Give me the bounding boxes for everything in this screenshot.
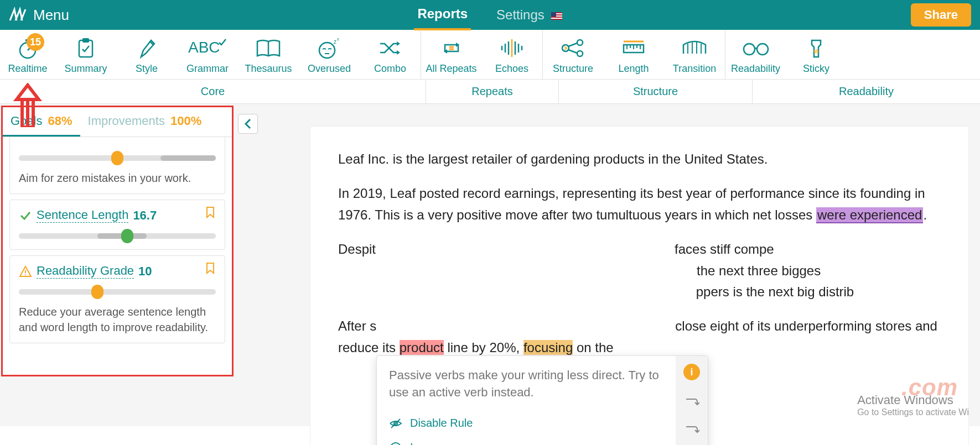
svg-text:$: $ [815,49,818,55]
svg-point-48 [25,274,26,275]
check-icon [19,209,32,222]
svg-point-51 [391,443,401,445]
tool-combo[interactable]: Combo [360,30,421,79]
tab-settings-label: Settings [496,7,545,22]
tool-readability[interactable]: Readability [725,30,786,79]
goal-card-sentence-length: Sentence Length 16.7 [9,200,225,250]
goal-name: Readability Grade [37,264,134,279]
tab-reports[interactable]: Reports [414,0,471,30]
tool-label: Transition [673,63,716,75]
collapse-sidebar-button[interactable] [238,114,258,134]
group-structure: Structure [559,80,753,103]
svg-line-29 [568,43,577,46]
shuffle-icon [377,37,403,59]
bookmark-icon[interactable] [204,261,217,275]
us-flag-icon [551,12,562,20]
goals-sidebar: Goals 68% Improvements 100% Aim for zero… [1,106,234,376]
repeat-icon [439,37,464,59]
sentence-length-slider[interactable] [19,231,216,242]
tool-summary[interactable]: Summary [55,30,116,79]
tool-style[interactable]: Style [116,30,177,79]
suggestion-message: Passive verbs make your writing less dir… [389,367,663,401]
tool-sticky[interactable]: $ Sticky [786,30,847,79]
highlight[interactable]: focusing [523,340,573,355]
svg-rect-4 [551,12,556,17]
tool-label: Style [136,63,158,75]
group-readability: Readability [753,80,980,103]
paragraph: Despitxxxxxxxxxxxxxxxxxxxxxxxxxxxxxxxxxx… [338,239,941,302]
app-logo-icon [9,6,27,24]
disable-rule-button[interactable]: Disable Rule [389,411,663,436]
toolbar-groups: Core Repeats Structure Readability [0,80,980,104]
tool-grammar[interactable]: ABC Grammar [177,30,238,79]
soundwave-icon [499,37,525,59]
close-circle-icon [389,441,402,445]
next-arrow-icon[interactable] [684,397,699,408]
svg-point-27 [577,40,583,45]
main-area: Goals 68% Improvements 100% Aim for zero… [0,104,980,426]
warning-icon [19,265,32,278]
bookmark-icon[interactable] [204,206,217,219]
svg-text:z: z [334,39,336,45]
tool-label: Thesaurus [245,63,292,75]
highlight[interactable]: product [400,340,444,355]
group-core: Core [0,80,426,103]
tool-realtime[interactable]: 15 Realtime [0,30,55,79]
tool-label: Length [618,63,649,75]
menu-button[interactable]: Menu [33,7,69,24]
goal-tip: Reduce your average sentence length and … [19,304,216,335]
action-label: Ignore [410,441,442,445]
tool-label: Readability [731,63,780,75]
goal-card-readability: Readability Grade 10 Reduce your average… [9,255,225,343]
eye-off-icon [389,417,402,430]
glue-icon: $ [806,37,826,59]
ignore-button[interactable]: Ignore [389,436,663,445]
info-icon[interactable]: i [683,364,700,380]
svg-point-28 [577,51,583,56]
mistakes-slider[interactable] [19,153,216,164]
bridge-icon [680,37,709,59]
arrow-annotation-icon [11,83,44,127]
tool-label: Realtime [8,63,47,75]
paragraph: Leaf Inc. is the largest retailer of gar… [338,149,941,170]
tool-label: Sticky [803,63,829,75]
chevron-left-icon [244,118,252,129]
svg-text:z: z [337,37,339,41]
tab-name: Improvements [88,114,165,128]
tool-all-repeats[interactable]: All Repeats [421,30,481,79]
tool-label: Overused [308,63,351,75]
readability-slider[interactable] [19,286,216,297]
svg-point-43 [757,44,768,55]
tab-percentage: 100% [170,114,201,128]
tool-echoes[interactable]: Echoes [481,30,542,79]
suggestion-popup: Passive verbs make your writing less dir… [376,355,708,445]
tool-length[interactable]: Length [603,30,664,79]
tool-overused[interactable]: zz Overused [299,30,360,79]
paragraph: After sxxxxxxxxxxxxxxxxxxxxxxxxxxxxxxxxx… [338,316,941,358]
realtime-badge: 15 [27,33,44,51]
tab-percentage: 68% [48,114,72,128]
paragraph: In 2019, Leaf posted record earnings, re… [338,183,941,226]
tool-thesaurus[interactable]: Thesaurus [238,30,299,79]
tool-label: Structure [553,63,593,75]
tool-structure[interactable]: Structure [542,30,603,79]
goal-card-mistakes: Aim for zero mistakes in your work. [9,137,225,194]
tool-label: Summary [64,63,107,75]
goal-tip: Aim for zero mistakes in your work. [19,170,216,186]
tab-settings[interactable]: Settings [493,1,566,29]
group-repeats: Repeats [426,80,559,103]
svg-rect-3 [551,18,562,19]
share-button[interactable]: Share [911,3,971,27]
tool-transition[interactable]: Transition [664,30,725,79]
goal-value: 10 [138,264,152,279]
svg-line-50 [391,419,400,428]
abc-check-icon: ABC [188,37,227,59]
next-arrow-icon[interactable] [684,425,699,436]
svg-line-30 [568,50,577,53]
passive-voice-highlight[interactable]: were experienced [816,207,923,223]
sidebar-tab-improvements[interactable]: Improvements 100% [80,107,210,137]
goal-value: 16.7 [133,208,157,223]
pen-icon [137,37,157,59]
svg-text:ABC: ABC [188,39,220,56]
tool-label: Echoes [495,63,528,75]
